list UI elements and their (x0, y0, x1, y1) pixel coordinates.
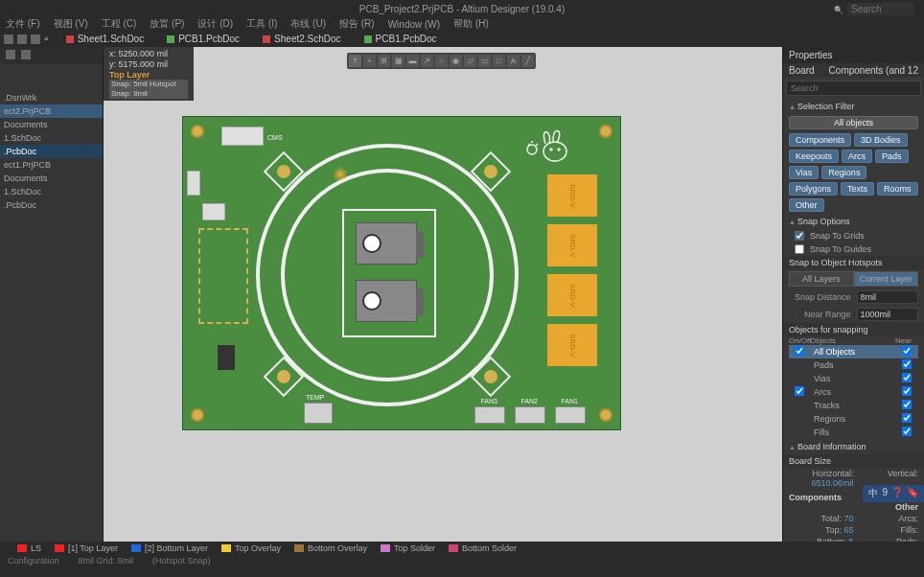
fan-silk-label[interactable]: FAN2 (520, 398, 538, 404)
panel-search-input[interactable] (786, 81, 921, 96)
float-btn-help[interactable]: ❓ (891, 487, 903, 500)
snap-near-checkbox[interactable] (902, 346, 912, 356)
snap-near-checkbox[interactable] (902, 359, 912, 369)
doc-tab[interactable]: Sheet2.SchDoc (257, 34, 347, 44)
current-layer-button[interactable]: Current Layer (854, 271, 919, 287)
menu-report[interactable]: 报告 (R) (339, 17, 375, 31)
tool-poly[interactable]: ▱ (464, 55, 476, 67)
menu-project[interactable]: 工程 (C) (102, 17, 137, 31)
snap-on-checkbox[interactable] (795, 346, 804, 356)
tree-item[interactable]: .PcbDoc (0, 145, 103, 158)
menu-tools[interactable]: 工具 (I) (246, 17, 277, 31)
selection-filter-section[interactable]: Selection Filter (783, 99, 924, 114)
snap-options-section[interactable]: Snap Options (783, 214, 924, 229)
toolbar-icon[interactable] (31, 35, 40, 44)
temp-connector[interactable] (304, 403, 333, 424)
titlebar-search[interactable] (834, 3, 914, 15)
filter-tag-polygons[interactable]: Polygons (789, 182, 838, 196)
tool-pad[interactable]: ◉ (450, 55, 462, 67)
menu-view[interactable]: 视图 (V) (54, 17, 88, 31)
filter-tag-keepouts[interactable]: Keepouts (789, 150, 839, 163)
filter-tag-regions[interactable]: Regions (821, 166, 866, 179)
temp-silk-label[interactable]: TEMP (306, 394, 324, 401)
home-icon[interactable] (6, 50, 15, 59)
doc-tab[interactable]: Sheet1.SchDoc (60, 34, 150, 44)
snap-row-vias[interactable]: Vias (789, 372, 918, 385)
tree-item[interactable]: ect2.PrjPCB (0, 104, 103, 118)
relay-component[interactable]: SRD-V (547, 324, 597, 366)
fan-silk-label[interactable]: FAN1 (561, 398, 578, 404)
silk-text[interactable]: CMS (267, 134, 283, 141)
layer-tab-bottom-solder[interactable]: Bottom Solder (449, 543, 517, 553)
layer-tab-bottom[interactable]: [2] Bottom Layer (131, 543, 208, 553)
doc-tab[interactable]: PCB1.PcbDoc (161, 34, 245, 44)
menu-window[interactable]: Window (W) (388, 19, 440, 30)
doc-tab[interactable]: PCB1.PcbDoc (358, 34, 443, 44)
mounting-hole[interactable] (599, 125, 612, 138)
tool-text[interactable]: □ (493, 55, 505, 67)
side-connector[interactable] (202, 203, 225, 220)
float-btn-num[interactable]: 9 (882, 487, 888, 500)
tree-item[interactable]: 1.SchDoc (0, 131, 103, 145)
tree-item[interactable]: 1.SchDoc (0, 185, 103, 198)
snap-row-tracks[interactable]: Tracks (789, 399, 918, 412)
menu-route[interactable]: 布线 (U) (290, 17, 326, 31)
mounting-hole[interactable] (191, 125, 204, 138)
fan-silk-label[interactable]: FAN3 (480, 398, 497, 404)
tool-align[interactable]: ⊞ (378, 55, 390, 67)
menu-file[interactable]: 文件 (F) (6, 17, 40, 31)
center-silk-box[interactable] (342, 209, 436, 337)
filter-tag-other[interactable]: Other (789, 198, 824, 212)
tool-select[interactable]: T (349, 55, 361, 67)
snap-row-regions[interactable]: Regions (789, 412, 918, 426)
tool-via[interactable]: ○ (435, 55, 448, 67)
snap-row-fills[interactable]: Fills (789, 426, 918, 439)
tree-item[interactable]: .PcbDoc (0, 198, 103, 212)
silk-bunny-art[interactable] (524, 127, 572, 165)
all-layers-button[interactable]: All Layers (789, 271, 854, 287)
filter-tag-texts[interactable]: Texts (841, 182, 874, 196)
tool-layer[interactable]: ▬ (406, 55, 419, 67)
snap-near-checkbox[interactable] (902, 373, 912, 382)
relay-component[interactable]: SRD-V (547, 274, 597, 316)
snap-near-checkbox[interactable] (902, 386, 912, 396)
near-range-input[interactable] (857, 308, 919, 321)
snap-near-checkbox[interactable] (902, 400, 912, 409)
snap-distance-input[interactable] (857, 290, 919, 304)
layer-tab-top[interactable]: [1] Top Layer (55, 543, 118, 553)
snap-row-arcs[interactable]: Arcs (789, 385, 918, 399)
side-connector[interactable] (187, 171, 200, 196)
pcb-board[interactable]: SRD-V SRD-V SRD-V SRD-V CMS TEMP FAN3 FA… (182, 116, 621, 430)
gear-icon[interactable] (21, 50, 31, 59)
dip-outline[interactable] (198, 228, 248, 324)
toolbar-icon[interactable] (17, 35, 27, 44)
filter-tag-pads[interactable]: Pads (875, 150, 909, 163)
fan-connector[interactable] (474, 406, 505, 424)
tree-item[interactable]: Documents (0, 118, 103, 131)
layer-tab-top-solder[interactable]: Top Solder (381, 543, 435, 553)
filter-tag-arcs[interactable]: Arcs (842, 150, 872, 163)
snap-guides-checkbox[interactable] (795, 244, 804, 254)
header-connector[interactable] (221, 127, 264, 146)
mounting-hole[interactable] (191, 408, 204, 422)
layer-tab-top-overlay[interactable]: Top Overlay (221, 543, 281, 553)
tree-item[interactable]: Documents (0, 172, 103, 185)
tree-item[interactable]: .DsnWrk (0, 91, 103, 104)
snap-near-checkbox[interactable] (902, 413, 912, 423)
layer-tab-bottom-overlay[interactable]: Bottom Overlay (294, 543, 367, 553)
board-info-section[interactable]: Board Information (783, 439, 924, 454)
tool-fill[interactable]: ▭ (478, 55, 491, 67)
menu-design[interactable]: 设计 (D) (197, 17, 233, 31)
tool-line[interactable]: ╱ (521, 55, 534, 67)
menu-place[interactable]: 放置 (P) (150, 17, 184, 31)
mosfet-component[interactable] (356, 280, 417, 322)
filter-tag-components[interactable]: Components (789, 133, 851, 147)
filter-tag-vias[interactable]: Vias (789, 166, 819, 179)
relay-component[interactable]: SRD-V (547, 174, 597, 217)
smd-ic[interactable] (218, 345, 235, 370)
close-icon[interactable]: × (44, 35, 49, 44)
titlebar-search-input[interactable] (847, 3, 914, 15)
all-objects-button[interactable]: All objects (789, 116, 918, 129)
menu-help[interactable]: 帮助 (H) (453, 17, 489, 31)
pcb-canvas[interactable]: x: 5250.000 mil y: 5175.000 mil Top Laye… (104, 47, 782, 542)
